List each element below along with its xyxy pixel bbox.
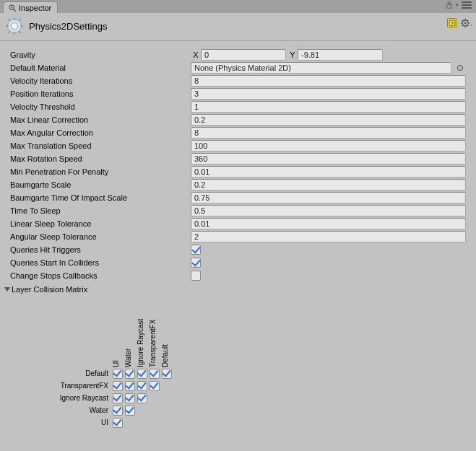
tab-bar: Inspector ▾ [0, 0, 476, 13]
settings-asset-icon [4, 16, 25, 36]
angular-sleep-tol-input[interactable] [191, 231, 466, 242]
velocity-threshold-label: Velocity Threshold [10, 102, 191, 111]
matrix-row-label: UI [17, 419, 111, 426]
svg-line-22 [462, 20, 463, 21]
svg-rect-8 [20, 25, 23, 27]
matrix-row: TransparentFX [17, 380, 472, 392]
position-iterations-input[interactable] [191, 88, 466, 100]
matrix-checkbox[interactable] [113, 393, 123, 403]
max-translation-speed-label: Max Translation Speed [10, 141, 191, 150]
svg-rect-9 [7, 18, 10, 21]
matrix-row: Default [17, 367, 472, 380]
max-linear-correction-input[interactable] [191, 114, 466, 126]
max-translation-speed-input[interactable] [191, 140, 466, 152]
matrix-checkbox[interactable] [113, 418, 123, 428]
matrix-checkbox[interactable] [162, 369, 172, 379]
time-to-sleep-input[interactable] [191, 205, 466, 216]
change-stops-callbacks-label: Change Stops Callbacks [10, 271, 191, 280]
svg-line-25 [467, 20, 468, 21]
foldout-arrow-icon [4, 287, 10, 292]
max-rotation-speed-label: Max Rotation Speed [10, 154, 191, 163]
collision-matrix: UIWaterIgnore RaycastTransparentFXDefaul… [10, 302, 472, 429]
max-rotation-speed-input[interactable] [191, 153, 466, 165]
object-picker-icon[interactable] [454, 62, 466, 74]
matrix-checkbox[interactable] [125, 393, 135, 403]
svg-line-2 [14, 9, 16, 12]
matrix-col-header: UI [112, 360, 120, 367]
matrix-checkbox[interactable] [113, 406, 123, 416]
matrix-checkbox[interactable] [137, 381, 147, 391]
matrix-row-label: Ignore Raycast [17, 394, 111, 402]
angular-sleep-tol-label: Angular Sleep Tolerance [10, 232, 191, 241]
baumgarte-scale-label: Baumgarte Scale [10, 180, 191, 189]
svg-point-13 [12, 23, 18, 30]
gravity-row: Gravity X Y [10, 48, 472, 61]
default-material-field[interactable]: None (Physics Material 2D) [191, 62, 451, 74]
matrix-checkbox[interactable] [113, 381, 123, 391]
matrix-checkbox[interactable] [125, 381, 135, 391]
svg-point-17 [464, 22, 467, 25]
tab-label: Inspector [19, 4, 51, 12]
gravity-y-input[interactable] [298, 49, 383, 61]
matrix-checkbox[interactable] [150, 369, 160, 379]
dropdown-arrow-icon[interactable]: ▾ [456, 2, 459, 8]
matrix-row: Water [17, 404, 472, 416]
svg-rect-11 [7, 31, 10, 34]
matrix-col-header: Water [124, 349, 132, 367]
linear-sleep-tol-input[interactable] [191, 218, 466, 229]
baumgarte-toi-label: Baumgarte Time Of Impact Scale [10, 193, 191, 202]
time-to-sleep-label: Time To Sleep [10, 206, 191, 215]
velocity-iterations-input[interactable] [191, 75, 466, 87]
queries-hit-triggers-label: Queries Hit Triggers [10, 245, 191, 254]
matrix-checkbox[interactable] [137, 369, 147, 379]
linear-sleep-tol-label: Linear Sleep Tolerance [10, 219, 191, 228]
matrix-checkbox[interactable] [150, 381, 160, 391]
baumgarte-scale-input[interactable] [191, 179, 466, 191]
collision-matrix-label: Layer Collision Matrix [12, 285, 87, 294]
queries-hit-triggers-checkbox[interactable] [191, 245, 201, 255]
lock-icon[interactable] [446, 1, 453, 9]
inspector-icon [8, 4, 17, 12]
default-material-label: Default Material [10, 64, 191, 72]
svg-line-24 [462, 25, 463, 26]
svg-line-23 [467, 25, 468, 26]
baumgarte-toi-input[interactable] [191, 192, 466, 203]
component-menu-icon[interactable]: ▸ [460, 17, 472, 29]
matrix-checkbox[interactable] [125, 369, 135, 379]
matrix-col-header: TransparentFX [149, 320, 157, 367]
change-stops-callbacks-checkbox[interactable] [191, 271, 201, 281]
svg-point-1 [11, 6, 12, 8]
matrix-row-label: Default [17, 369, 111, 377]
gravity-y-label: Y [287, 51, 298, 59]
gravity-x-input[interactable] [201, 49, 286, 61]
help-icon[interactable]: ? [447, 18, 457, 28]
pane-menu-icon[interactable] [462, 1, 472, 9]
matrix-checkbox[interactable] [113, 369, 123, 379]
gravity-x-label: X [191, 51, 201, 59]
inspector-tab[interactable]: Inspector [3, 1, 58, 13]
gravity-label: Gravity [10, 51, 191, 59]
matrix-checkbox[interactable] [137, 393, 147, 403]
matrix-row: Ignore Raycast [17, 392, 472, 404]
matrix-checkbox[interactable] [125, 406, 135, 416]
properties-panel: Gravity X Y Default Material None (Physi… [0, 41, 476, 433]
matrix-row: UI [17, 416, 472, 429]
min-penetration-label: Min Penetration For Penalty [10, 167, 191, 176]
max-linear-correction-label: Max Linear Correction [10, 115, 191, 124]
svg-rect-7 [6, 25, 9, 27]
svg-text:▸: ▸ [471, 23, 472, 27]
svg-rect-10 [18, 18, 21, 21]
matrix-col-header: Default [161, 344, 169, 367]
min-penetration-input[interactable] [191, 166, 466, 178]
matrix-row-label: TransparentFX [17, 382, 111, 390]
collision-matrix-foldout[interactable]: Layer Collision Matrix [4, 285, 472, 294]
svg-rect-6 [14, 32, 15, 35]
queries-start-in-colliders-label: Queries Start In Colliders [10, 258, 191, 267]
matrix-row-label: Water [17, 406, 111, 414]
svg-rect-12 [18, 31, 21, 34]
max-angular-correction-input[interactable] [191, 127, 466, 139]
asset-title: Physics2DSettings [29, 21, 107, 32]
matrix-col-header: Ignore Raycast [137, 319, 144, 367]
queries-start-in-colliders-checkbox[interactable] [191, 258, 201, 268]
velocity-threshold-input[interactable] [191, 101, 466, 113]
